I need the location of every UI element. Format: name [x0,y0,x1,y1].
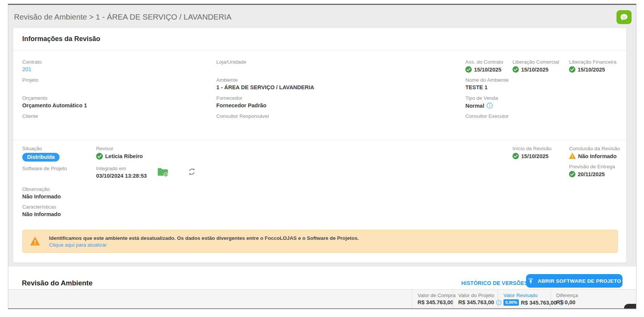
corner-widget[interactable] [624,304,636,308]
warning-triangle-icon [30,237,40,246]
support-chat-button[interactable] [616,10,632,24]
info-icon[interactable] [486,102,493,109]
field-revisor: Revisor Leticia Ribeiro [96,146,143,160]
field-contrato: Contrato 201 [22,59,42,72]
total-valor-revisado: Valor Revisado 0,00%R$ 345.763,00 [498,290,551,309]
field-fornecedor: Fornecedor Fornecedor Padrão [216,95,266,108]
revision-info-card: Informações da Revisão Contrato 201 Loja… [13,27,627,263]
check-circle-icon [569,66,575,73]
chat-icon [620,13,629,22]
version-history-link[interactable]: HISTÓRICO DE VERSÕES [461,280,528,286]
contrato-link[interactable]: 201 [22,66,31,72]
check-circle-icon [465,66,472,73]
field-orcamento: Orçamento Orçamento Automático 1 [22,95,87,108]
field-cliente: Cliente [22,113,38,119]
section-title: Revisão do Ambiente [22,279,92,287]
open-project-software-button[interactable]: ABRIR SOFTWARE DE PROJETO [526,274,623,288]
percent-badge: 0,00% [503,299,519,306]
field-caracteristicas: Características Não Informado [22,204,61,217]
outdated-warning-banner: Identificamos que este ambiente está des… [22,230,618,253]
integration-folder[interactable] [157,167,168,177]
banner-message: Identificamos que este ambiente está des… [49,235,359,241]
field-previsao-entrega: Previsão de Entrega 20/11/2025 [569,164,615,177]
breadcrumb: Revisão de Ambiente > 1 - ÁREA DE SERVIÇ… [14,12,231,21]
card-title: Informações da Revisão [22,35,100,43]
upload-icon [528,278,534,284]
field-situacao: Situação Distribuída [22,146,60,162]
banner-update-link[interactable]: Clique aqui para atualizar [49,242,359,248]
field-software-projeto: Software de Projeto [22,166,67,171]
divider [13,140,626,140]
divider [13,50,626,50]
status-badge: Distribuída [22,153,60,162]
field-observacao: Observação Não Informado [22,186,61,200]
field-loja-unidade: Loja/Unidade [216,59,246,65]
total-valor-compra: Valor de Compra R$ 345.763,00 [412,290,453,309]
total-diferenca: Diferença R$ 0,00 [551,290,636,309]
folder-check-icon [157,167,168,177]
field-inicio-revisao: Início da Revisão 15/10/2025 [512,146,552,159]
totals-bar: Valor de Compra R$ 345.763,00 Valor do P… [8,289,636,309]
check-circle-icon [569,171,575,177]
field-conclusao-revisao: Conclusão da Revisão Não Informado [569,146,620,159]
field-liberacao-comercial: Liberação Comercial 15/10/2025 [512,59,559,73]
sync-icon [187,167,196,176]
field-consultor-responsavel: Consultor Responsável [216,113,269,119]
check-circle-icon [512,66,519,73]
field-nome-ambiente: Nome do Ambiente TESTE 1 [465,77,509,90]
warning-triangle-icon [569,153,576,159]
check-circle-icon [512,153,519,159]
screen: Revisão de Ambiente > 1 - ÁREA DE SERVIÇ… [0,0,644,317]
sync-action[interactable] [187,167,196,176]
field-integrado-em: Integrado em 03/10/2024 13:28:53 [96,166,147,179]
field-ass-contrato: Ass. do Contrato 15/10/2025 [465,59,503,73]
total-valor-projeto: Valor do Projeto R$ 345.763,00 [453,290,498,309]
field-liberacao-financeira: Liberação Financeira 15/10/2025 [569,59,616,73]
field-tipo-venda: Tipo de Venda Normal [465,95,498,109]
field-projeto: Projeto [22,77,38,83]
field-ambiente: Ambiente 1 - ÁREA DE SERVIÇO / LAVANDERI… [216,77,314,90]
field-consultor-executor: Consultor Executor [465,113,509,119]
check-circle-icon [96,153,103,160]
main-panel: Revisão de Ambiente > 1 - ÁREA DE SERVIÇ… [8,4,636,309]
